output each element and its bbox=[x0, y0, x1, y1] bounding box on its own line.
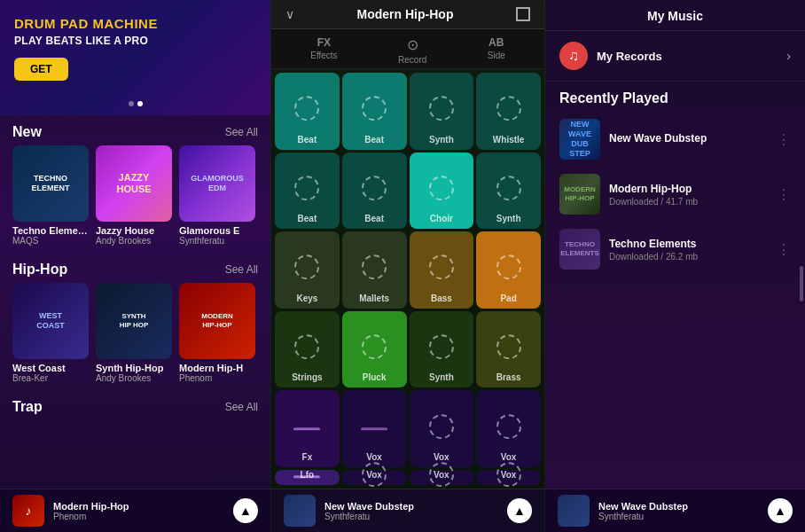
pad-label: Vox bbox=[501, 470, 517, 480]
card-thumb-glamorous: GLAMOROUSEDM bbox=[179, 145, 255, 222]
pad-choir[interactable]: Choir bbox=[410, 153, 474, 230]
glamorous-overlay: GLAMOROUSEDM bbox=[187, 170, 247, 197]
card-label-techno: Techno Elemen... bbox=[12, 225, 89, 236]
track-item-newwave[interactable]: NEWWAVEDUBSTEP New Wave Dubstep ⋮ bbox=[545, 112, 805, 167]
right-now-playing-info: New Wave Dubstep Synthferatu bbox=[598, 501, 759, 521]
pad-label: Beat bbox=[364, 214, 384, 223]
center-chevron-icon[interactable]: ∨ bbox=[285, 7, 294, 21]
pad-label: Mallets bbox=[359, 293, 389, 303]
track-thumb-newwave: NEWWAVEDUBSTEP bbox=[559, 119, 600, 160]
card-westcoast[interactable]: WESTCOAST West Coast Brea-Ker bbox=[12, 283, 89, 383]
pad-strings[interactable]: Strings bbox=[275, 311, 340, 388]
fx-icon: FX bbox=[317, 36, 331, 49]
pad-pad[interactable]: Pad bbox=[476, 231, 541, 309]
pad-ring bbox=[496, 255, 521, 280]
card-thumb-synthhiphop: SYNTHHIP HOP bbox=[96, 283, 172, 359]
pad-ring bbox=[429, 414, 454, 439]
trap-see-all[interactable]: See All bbox=[225, 401, 258, 413]
pad-label: Fx bbox=[302, 452, 313, 462]
new-see-all[interactable]: See All bbox=[225, 126, 258, 138]
card-jazzy[interactable]: JAZZYHOUSE Jazzy House Andy Brookes bbox=[96, 145, 172, 246]
pad-beat-1[interactable]: Beat bbox=[275, 73, 340, 150]
pad-bass[interactable]: Bass bbox=[410, 231, 474, 309]
center-up-arrow[interactable]: ▲ bbox=[507, 498, 532, 523]
track-name-techno: Techno Elements bbox=[609, 238, 768, 250]
pad-ring bbox=[429, 334, 454, 359]
tab-side[interactable]: AB Side bbox=[488, 36, 505, 65]
pad-synth-1[interactable]: Synth bbox=[410, 73, 474, 150]
right-up-arrow[interactable]: ▲ bbox=[768, 498, 793, 523]
pad-ring bbox=[294, 255, 319, 280]
promo-dot-active bbox=[137, 101, 143, 106]
pad-ring bbox=[496, 414, 521, 439]
pad-label: Brass bbox=[496, 372, 521, 382]
pad-vox-2[interactable]: Vox bbox=[410, 390, 474, 467]
westcoast-overlay: WESTCOAST bbox=[33, 308, 68, 334]
pad-whistle[interactable]: Whistle bbox=[476, 73, 541, 150]
track-info-newwave: New Wave Dubstep bbox=[609, 132, 768, 146]
promo-title: DRUM PAD MACHINE bbox=[14, 16, 256, 31]
pad-label: Synth bbox=[429, 372, 454, 382]
tab-record[interactable]: ⊙ Record bbox=[398, 36, 426, 65]
hiphop-cards-row: WESTCOAST West Coast Brea-Ker SYNTHHIP H… bbox=[0, 283, 270, 390]
center-now-playing-artist: Synthferatu bbox=[324, 512, 498, 521]
promo-dot bbox=[129, 101, 134, 106]
my-records-item[interactable]: ♫ My Records › bbox=[545, 31, 805, 82]
new-section-header: New See All bbox=[0, 115, 270, 145]
track-item-modernhip[interactable]: MODERNHIP-HOP Modern Hip-Hop Downloaded … bbox=[545, 167, 805, 222]
pad-vox-5[interactable]: Vox bbox=[410, 470, 474, 485]
pad-label: Vox bbox=[434, 470, 449, 480]
track-thumb-techno: TECHNOELEMENTS bbox=[559, 229, 600, 270]
card-label-glamorous: Glamorous E bbox=[179, 225, 255, 236]
pad-label: Keys bbox=[296, 293, 317, 303]
get-button[interactable]: GET bbox=[14, 58, 68, 81]
pad-vox-6[interactable]: Vox bbox=[476, 470, 541, 485]
synthhiphop-overlay: SYNTHHIP HOP bbox=[116, 309, 152, 332]
track-meta-modernhip: Downloaded / 41.7 mb bbox=[609, 197, 768, 207]
card-thumb-techno: TECHNOELEMENT bbox=[12, 145, 89, 222]
right-header: My Music bbox=[545, 0, 805, 31]
pad-pluck[interactable]: Pluck bbox=[342, 311, 407, 388]
modernhip-overlay: MODERNHIP-HOP bbox=[198, 309, 237, 332]
pad-label: Lfo bbox=[301, 470, 315, 480]
pad-ring bbox=[496, 334, 521, 359]
pad-beat-3[interactable]: Beat bbox=[275, 153, 340, 230]
card-modernhip[interactable]: MODERNHIP-HOP Modern Hip-H Phenom bbox=[179, 283, 255, 383]
track-more-icon[interactable]: ⋮ bbox=[777, 186, 791, 203]
pad-ring bbox=[429, 176, 454, 200]
pad-vox-1[interactable]: Vox bbox=[342, 390, 407, 467]
card-glamorous[interactable]: GLAMOROUSEDM Glamorous E Synthferatu bbox=[179, 145, 255, 246]
left-now-playing-info: Modern Hip-Hop Phenom bbox=[53, 501, 224, 521]
pad-fx[interactable]: Fx bbox=[275, 390, 340, 467]
center-panel: ∨ Modern Hip-Hop FX Effects ⊙ Record AB … bbox=[270, 0, 545, 532]
track-item-techno[interactable]: TECHNOELEMENTS Techno Elements Downloade… bbox=[545, 222, 805, 277]
track-more-icon[interactable]: ⋮ bbox=[777, 131, 791, 148]
pad-label: Pad bbox=[500, 293, 516, 303]
pad-synth-3[interactable]: Synth bbox=[410, 311, 474, 388]
center-square-icon[interactable] bbox=[516, 7, 530, 21]
right-now-playing-bar: New Wave Dubstep Synthferatu ▲ bbox=[545, 489, 805, 532]
pad-mallets[interactable]: Mallets bbox=[342, 231, 407, 309]
pad-ring bbox=[496, 176, 521, 200]
card-thumb-jazzy: JAZZYHOUSE bbox=[96, 145, 172, 222]
tab-effects[interactable]: FX Effects bbox=[310, 36, 337, 65]
pad-vox-4[interactable]: Vox bbox=[342, 470, 407, 485]
pad-synth-2[interactable]: Synth bbox=[476, 153, 541, 230]
pad-brass[interactable]: Brass bbox=[476, 311, 541, 388]
pad-vox-3[interactable]: Vox bbox=[476, 390, 541, 467]
hiphop-see-all[interactable]: See All bbox=[225, 263, 258, 276]
card-synthhiphop[interactable]: SYNTHHIP HOP Synth Hip-Hop Andy Brookes bbox=[96, 283, 172, 383]
left-now-playing-thumb: ♪ bbox=[12, 495, 44, 527]
center-title: Modern Hip-Hop bbox=[294, 7, 516, 21]
pad-lfo[interactable]: Lfo bbox=[275, 470, 340, 485]
pad-ring bbox=[496, 96, 521, 121]
techno-overlay: TECHNOELEMENT bbox=[27, 170, 73, 197]
track-more-icon[interactable]: ⋮ bbox=[777, 241, 791, 258]
pad-beat-2[interactable]: Beat bbox=[342, 73, 407, 150]
card-techno[interactable]: TECHNOELEMENT Techno Elemen... MAQS bbox=[12, 145, 89, 246]
side-icon: AB bbox=[488, 36, 504, 49]
scroll-indicator bbox=[800, 266, 803, 301]
pad-beat-4[interactable]: Beat bbox=[342, 153, 407, 230]
pad-keys[interactable]: Keys bbox=[275, 231, 340, 309]
left-up-arrow[interactable]: ▲ bbox=[233, 498, 258, 523]
